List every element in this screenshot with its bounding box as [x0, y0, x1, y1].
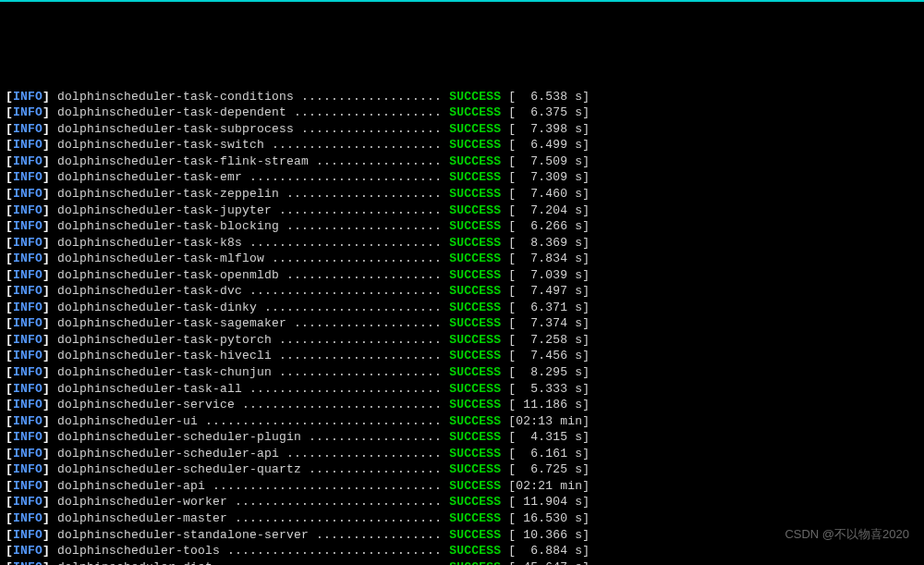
build-time: [ 7.204 s]	[501, 203, 590, 217]
log-level-tag: INFO	[13, 316, 43, 330]
build-time: [02:21 min]	[501, 479, 590, 493]
module-name: dolphinscheduler-scheduler-plugin	[50, 430, 309, 444]
bracket-open: [	[6, 447, 13, 461]
bracket-close: ]	[43, 398, 50, 411]
bracket-open: [	[6, 105, 13, 119]
build-status: SUCCESS	[449, 219, 501, 233]
build-status: SUCCESS	[449, 170, 501, 184]
build-time: [ 6.884 s]	[501, 544, 590, 558]
bracket-close: ]	[43, 105, 50, 119]
module-name: dolphinscheduler-tools	[50, 544, 227, 558]
build-time: [ 6.161 s]	[501, 447, 590, 461]
build-line: [INFO] dolphinscheduler-master .........…	[6, 510, 918, 527]
log-level-tag: INFO	[13, 301, 43, 314]
build-time: [ 4.315 s]	[501, 430, 590, 444]
dots-filler: ......................	[279, 365, 449, 379]
bracket-close: ]	[43, 252, 50, 265]
module-name: dolphinscheduler-task-k8s	[50, 236, 249, 250]
module-name: dolphinscheduler-standalone-server	[50, 528, 316, 542]
build-line: [INFO] dolphinscheduler-task-dinky .....…	[6, 300, 918, 316]
bracket-open: [	[6, 398, 13, 411]
bracket-open: [	[6, 495, 13, 509]
log-level-tag: INFO	[13, 203, 43, 217]
build-status: SUCCESS	[449, 560, 501, 565]
bracket-open: [	[6, 511, 13, 525]
bracket-open: [	[6, 560, 13, 565]
dots-filler: ....................	[294, 316, 449, 330]
build-status: SUCCESS	[449, 90, 501, 104]
module-name: dolphinscheduler-task-dvc	[50, 284, 249, 298]
build-status: SUCCESS	[449, 105, 501, 119]
build-time: [ 6.538 s]	[501, 90, 590, 104]
module-name: dolphinscheduler-api	[50, 479, 213, 493]
log-level-tag: INFO	[13, 90, 43, 104]
log-level-tag: INFO	[13, 560, 43, 565]
build-time: [ 11.186 s]	[501, 398, 590, 411]
build-status: SUCCESS	[449, 122, 501, 136]
module-name: dolphinscheduler-service	[50, 398, 242, 411]
bracket-close: ]	[43, 316, 50, 330]
build-time: [ 7.834 s]	[501, 252, 590, 265]
build-time: [ 7.460 s]	[501, 187, 590, 201]
bracket-close: ]	[43, 447, 50, 461]
dots-filler: ................................	[205, 414, 449, 428]
build-line: [INFO] dolphinscheduler-task-k8s .......…	[6, 235, 918, 252]
build-line: [INFO] dolphinscheduler-task-switch ....…	[6, 137, 918, 154]
log-level-tag: INFO	[13, 138, 43, 152]
log-level-tag: INFO	[13, 414, 43, 428]
dots-filler: .....................	[286, 219, 449, 233]
log-level-tag: INFO	[13, 511, 43, 525]
build-line: [INFO] dolphinscheduler-task-zeppelin ..…	[6, 186, 918, 203]
build-status: SUCCESS	[449, 544, 501, 558]
module-name: dolphinscheduler-task-flink-stream	[50, 154, 316, 168]
log-level-tag: INFO	[13, 544, 43, 558]
dots-filler: ............................	[235, 495, 449, 509]
build-time: [ 6.266 s]	[501, 219, 590, 233]
bracket-close: ]	[43, 187, 50, 201]
bracket-open: [	[6, 284, 13, 298]
build-status: SUCCESS	[449, 349, 501, 362]
module-name: dolphinscheduler-task-zeppelin	[50, 187, 286, 201]
log-level-tag: INFO	[13, 495, 43, 509]
module-name: dolphinscheduler-scheduler-api	[50, 447, 286, 461]
module-name: dolphinscheduler-task-dependent	[50, 105, 294, 119]
build-status: SUCCESS	[449, 284, 501, 298]
log-level-tag: INFO	[13, 122, 43, 136]
log-level-tag: INFO	[13, 333, 43, 347]
module-name: dolphinscheduler-task-all	[50, 382, 249, 396]
build-time: [02:13 min]	[501, 414, 590, 428]
module-name: dolphinscheduler-task-switch	[50, 138, 272, 152]
build-line: [INFO] dolphinscheduler-task-pytorch ...…	[6, 332, 918, 349]
module-name: dolphinscheduler-worker	[50, 495, 235, 509]
bracket-open: [	[6, 301, 13, 314]
build-line: [INFO] dolphinscheduler-task-all .......…	[6, 381, 918, 398]
bracket-close: ]	[43, 560, 50, 565]
watermark-text: CSDN @不以物喜2020	[784, 526, 909, 543]
build-line: [INFO] dolphinscheduler-task-openmldb ..…	[6, 267, 918, 284]
build-status: SUCCESS	[449, 252, 501, 265]
module-name: dolphinscheduler-dist	[50, 560, 220, 565]
build-status: SUCCESS	[449, 414, 501, 428]
bracket-open: [	[6, 544, 13, 558]
build-line: [INFO] dolphinscheduler-standalone-serve…	[6, 527, 918, 544]
bracket-open: [	[6, 316, 13, 330]
module-name: dolphinscheduler-task-pytorch	[50, 333, 279, 347]
dots-filler: ....................	[294, 105, 449, 119]
build-status: SUCCESS	[449, 382, 501, 396]
build-time: [ 16.530 s]	[501, 511, 590, 525]
build-status: SUCCESS	[449, 447, 501, 461]
dots-filler: ......................	[279, 333, 449, 347]
log-level-tag: INFO	[13, 382, 43, 396]
module-name: dolphinscheduler-task-blocking	[50, 219, 286, 233]
dots-filler: .....................	[286, 187, 449, 201]
bracket-open: [	[6, 430, 13, 444]
dots-filler: ........................	[264, 301, 449, 314]
bracket-close: ]	[43, 511, 50, 525]
build-line: [INFO] dolphinscheduler-task-conditions …	[6, 89, 918, 105]
build-line: [INFO] dolphinscheduler-worker .........…	[6, 494, 918, 510]
module-name: dolphinscheduler-scheduler-quartz	[50, 462, 309, 476]
build-line: [INFO] dolphinscheduler-task-subprocess …	[6, 121, 918, 138]
bracket-close: ]	[43, 414, 50, 428]
bracket-close: ]	[43, 528, 50, 542]
dots-filler: ...........................	[242, 398, 449, 411]
